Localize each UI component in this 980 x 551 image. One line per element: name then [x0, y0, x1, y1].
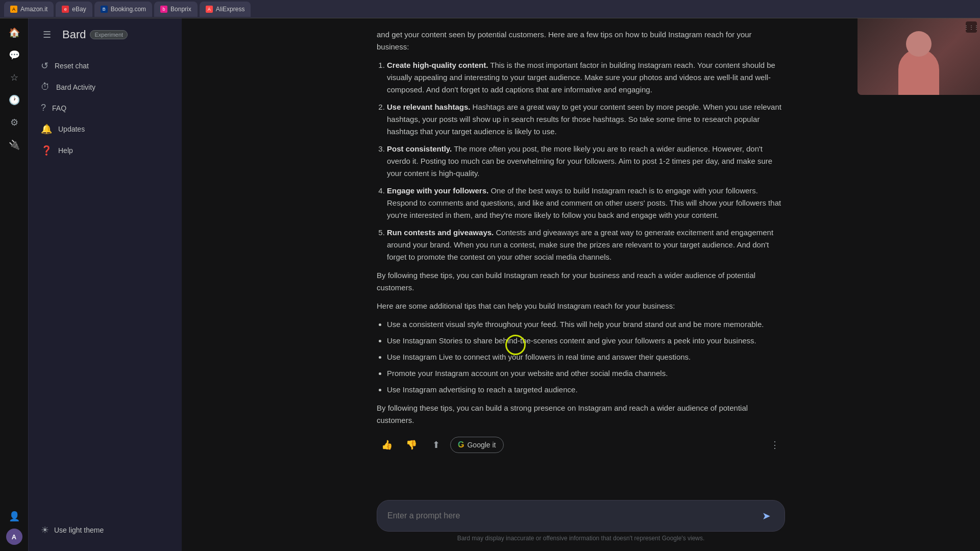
input-area: ➤ Bard may display inaccurate or offensi…: [182, 494, 980, 551]
tab-booking[interactable]: B Booking.com: [94, 2, 152, 17]
use-light-theme-label: Use light theme: [54, 526, 104, 534]
avatar[interactable]: A: [6, 529, 22, 545]
sun-icon: ☀: [41, 524, 49, 536]
sidebar-item-faq[interactable]: ? FAQ: [29, 97, 176, 118]
tab-ebay-label: eBay: [72, 6, 86, 13]
experiment-badge: Experiment: [90, 30, 128, 39]
tip-1-bold: Create high-quality content.: [387, 61, 488, 69]
tip-2-bold: Use relevant hashtags.: [387, 103, 470, 111]
list-item: Run contests and giveaways. Contests and…: [387, 227, 785, 263]
bard-logo: Bard Experiment: [62, 28, 128, 41]
video-person: [857, 18, 980, 95]
list-item: Engage with your followers. One of the b…: [387, 185, 785, 221]
star-icon[interactable]: ☆: [4, 67, 24, 88]
sidebar: ☰ Bard Experiment ↺ Reset chat ⏱ Bard Ac…: [29, 18, 182, 551]
action-bar: 👍 👎 ⬆ G Google it ⋮: [377, 435, 785, 463]
tab-amazon-label: Amazon.it: [20, 6, 47, 13]
tab-ebay[interactable]: e eBay: [56, 2, 92, 17]
sidebar-item-reset-chat[interactable]: ↺ Reset chat: [29, 55, 176, 77]
response-intro: and get your content seen by potential c…: [377, 29, 785, 53]
amazon-favicon: A: [10, 6, 17, 13]
more-options-button[interactable]: ⋮: [765, 435, 785, 455]
thumbs-down-button[interactable]: 👎: [401, 435, 422, 455]
tab-amazon[interactable]: A Amazon.it: [4, 2, 54, 17]
plugin-icon[interactable]: 🔌: [4, 135, 24, 155]
input-wrapper: ➤: [377, 500, 785, 532]
app-container: 🏠 💬 ☆ 🕐 ⚙ 🔌 👤 A ☰ Bard Experiment ↺ Rese…: [0, 18, 980, 551]
video-toolbar: ⋮⋮⋮: [966, 21, 977, 33]
ebay-favicon: e: [62, 6, 69, 13]
sidebar-nav: ↺ Reset chat ⏱ Bard Activity ? FAQ 🔔 Upd…: [29, 51, 182, 513]
summary-2: By following these tips, you can build a…: [377, 402, 785, 427]
updates-icon: 🔔: [41, 123, 52, 135]
list-item: Use Instagram Stories to share behind-th…: [387, 335, 785, 347]
additional-tips-heading: Here are some additional tips that can h…: [377, 300, 785, 312]
sidebar-item-updates[interactable]: 🔔 Updates: [29, 118, 176, 140]
disclaimer-text: Bard may display inaccurate or offensive…: [202, 532, 960, 547]
browser-tabs: A Amazon.it e eBay B Booking.com b Bonpr…: [0, 0, 980, 18]
help-icon: ❓: [41, 145, 52, 156]
bonprix-favicon: b: [160, 6, 167, 13]
google-g-icon: G: [458, 440, 464, 449]
list-item: Use a consistent visual style throughout…: [387, 318, 785, 331]
activity-icon: ⏱: [41, 82, 50, 92]
clock-icon[interactable]: 🕐: [4, 90, 24, 110]
sidebar-item-faq-label: FAQ: [52, 104, 66, 112]
list-item: Use relevant hashtags. Hashtags are a gr…: [387, 101, 785, 138]
sidebar-item-bard-activity[interactable]: ⏱ Bard Activity: [29, 77, 176, 97]
google-it-button[interactable]: G Google it: [450, 437, 504, 453]
tab-booking-label: Booking.com: [111, 6, 146, 13]
tab-aliexpress[interactable]: A AliExpress: [200, 2, 251, 17]
sidebar-item-updates-label: Updates: [58, 125, 85, 133]
list-item: Create high-quality content. This is the…: [387, 59, 785, 96]
chat-icon[interactable]: 💬: [4, 45, 24, 65]
prompt-input[interactable]: [387, 511, 756, 520]
sidebar-item-help[interactable]: ❓ Help: [29, 140, 176, 161]
video-overlay: ⋮⋮⋮: [857, 18, 980, 95]
faq-icon: ?: [41, 103, 46, 113]
list-item: Post consistently. The more often you po…: [387, 143, 785, 180]
video-person-head: [906, 31, 932, 57]
sidebar-item-help-label: Help: [58, 146, 73, 155]
tip-5-bold: Run contests and giveaways.: [387, 228, 494, 237]
icon-rail: 🏠 💬 ☆ 🕐 ⚙ 🔌 👤 A: [0, 18, 29, 551]
list-item: Use Instagram advertising to reach a tar…: [387, 384, 785, 396]
tip-3-bold: Post consistently.: [387, 144, 452, 153]
user-icon[interactable]: 👤: [4, 506, 24, 527]
tab-aliexpress-label: AliExpress: [216, 6, 245, 13]
app-name: Bard: [62, 28, 86, 41]
tip-4-bold: Engage with your followers.: [387, 186, 488, 195]
summary-1: By following these tips, you can build I…: [377, 269, 785, 294]
bullet-tips-list: Use a consistent visual style throughout…: [387, 318, 785, 396]
tab-bonprix[interactable]: b Bonprix: [154, 2, 198, 17]
sidebar-item-reset-label: Reset chat: [55, 62, 89, 70]
sidebar-footer: ☀ Use light theme: [29, 513, 182, 551]
icon-rail-bottom: 👤 A: [4, 506, 24, 551]
hamburger-button[interactable]: ☰: [37, 24, 57, 45]
reset-icon: ↺: [41, 60, 48, 71]
booking-favicon: B: [101, 6, 108, 13]
aliexpress-favicon: A: [206, 6, 213, 13]
google-it-label: Google it: [467, 441, 496, 449]
tab-bonprix-label: Bonprix: [170, 6, 191, 13]
list-item: Promote your Instagram account on your w…: [387, 367, 785, 380]
gear-icon[interactable]: ⚙: [4, 112, 24, 133]
send-button[interactable]: ➤: [756, 506, 776, 526]
video-minimize-button[interactable]: ⋮⋮⋮: [966, 21, 977, 33]
list-item: Use Instagram Live to connect with your …: [387, 351, 785, 363]
thumbs-up-button[interactable]: 👍: [377, 435, 397, 455]
use-light-theme-button[interactable]: ☀ Use light theme: [37, 519, 174, 541]
sidebar-header: ☰ Bard Experiment: [29, 18, 182, 51]
main-content: ⋮⋮⋮ and get your content seen by potenti…: [182, 18, 980, 551]
numbered-tips-list: Create high-quality content. This is the…: [387, 59, 785, 263]
sidebar-item-activity-label: Bard Activity: [56, 83, 95, 91]
home-icon[interactable]: 🏠: [4, 22, 24, 43]
share-button[interactable]: ⬆: [426, 435, 446, 455]
chat-content: and get your content seen by potential c…: [356, 29, 805, 473]
